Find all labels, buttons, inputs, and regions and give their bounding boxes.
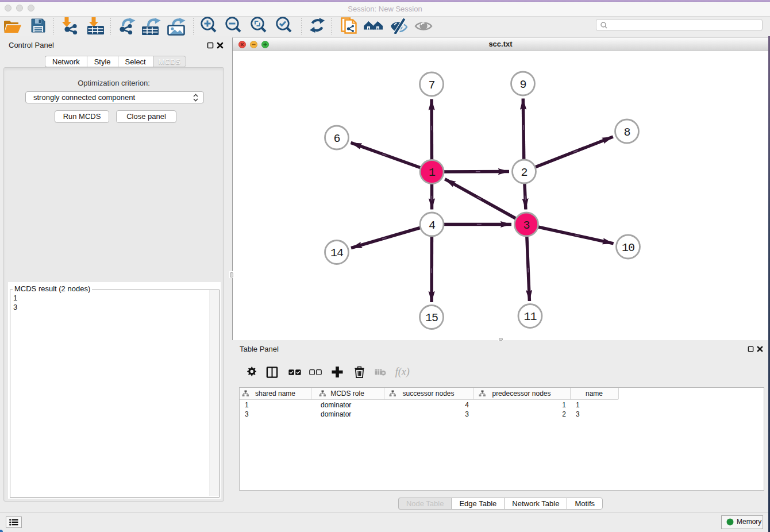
svg-text:15: 15 (425, 311, 438, 325)
svg-text:7: 7 (428, 79, 434, 92)
svg-text:6: 6 (333, 132, 340, 145)
svg-text:3: 3 (523, 219, 529, 232)
svg-text:8: 8 (623, 126, 630, 139)
svg-text:14: 14 (330, 246, 343, 260)
svg-text:2: 2 (521, 166, 527, 179)
svg-text:f(x): f(x) (395, 366, 410, 378)
svg-text:10: 10 (622, 241, 634, 255)
svg-text:9: 9 (519, 78, 526, 91)
svg-text:1: 1 (429, 166, 436, 179)
svg-text:4: 4 (429, 219, 435, 232)
svg-text:11: 11 (523, 310, 537, 323)
